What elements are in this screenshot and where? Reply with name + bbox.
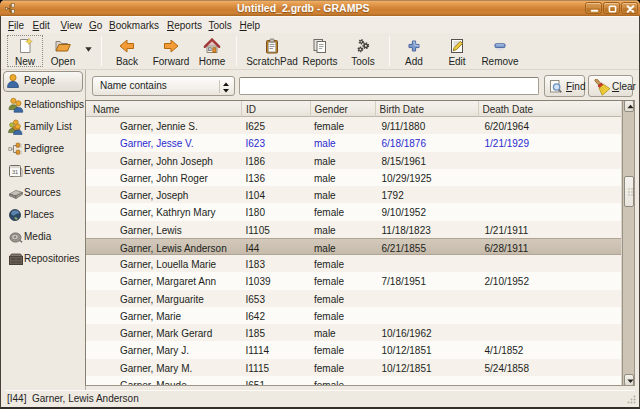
svg-text:31: 31 (12, 169, 18, 175)
